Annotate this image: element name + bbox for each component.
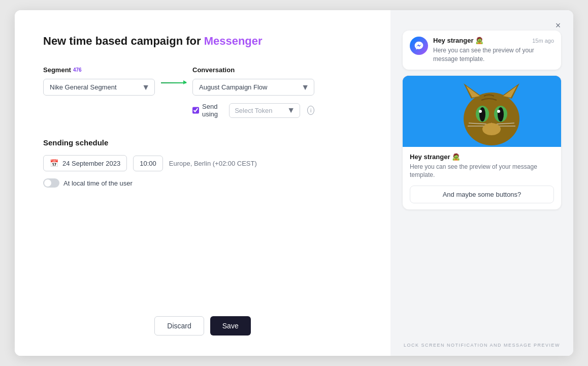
segment-select[interactable]: Nike General Segment — [43, 79, 155, 96]
title-accent: Messenger — [204, 35, 263, 47]
send-using-row: Send using Select Token ▼ i — [192, 103, 314, 118]
page-title: New time based campaign for Messenger — [43, 35, 362, 48]
token-select[interactable]: Select Token — [229, 103, 300, 118]
save-button[interactable]: Save — [210, 316, 251, 336]
send-using-checkbox-wrapper: Send using — [192, 103, 225, 118]
local-time-label: At local time of the user — [63, 179, 133, 187]
segment-label-row: Segment 476 — [43, 66, 155, 74]
svg-point-8 — [479, 107, 485, 121]
segment-label: Segment — [43, 66, 71, 74]
schedule-row: 📅 24 September 2023 10:00 Europe, Berlin… — [43, 155, 362, 171]
svg-point-1 — [464, 93, 519, 145]
conversation-label: Conversation — [192, 66, 235, 74]
arrow-line — [161, 82, 186, 83]
right-panel: × Hey stranger 🧟 15m ago Here you can se… — [390, 10, 573, 356]
notification-time: 15m ago — [532, 38, 554, 44]
toggle-row: At local time of the user — [43, 178, 362, 188]
conversation-group: Conversation August Campaign Flow ▼ Send… — [192, 66, 314, 118]
message-image — [403, 76, 561, 147]
token-select-wrapper: Select Token ▼ — [229, 103, 300, 118]
title-static: New time based campaign for — [43, 35, 204, 47]
segment-badge: 476 — [73, 67, 82, 73]
segment-group: Segment 476 Nike General Segment ▼ — [43, 66, 155, 96]
preview-container: Hey stranger 🧟 15m ago Here you can see … — [403, 30, 561, 209]
send-using-checkbox[interactable] — [192, 106, 199, 114]
notification-sender: Hey stranger 🧟 — [433, 37, 483, 44]
timezone-text: Europe, Berlin (+02:00 CEST) — [169, 160, 257, 167]
info-icon[interactable]: i — [307, 106, 314, 115]
conversation-label-row: Conversation — [192, 66, 314, 74]
message-body: Hey stranger 🧟 Here you can see the prev… — [403, 147, 561, 210]
left-panel: New time based campaign for Messenger Se… — [15, 10, 390, 356]
schedule-section: Sending schedule 📅 24 September 2023 10:… — [43, 138, 362, 188]
time-value: 10:00 — [140, 160, 156, 167]
arrow-connector — [155, 66, 192, 83]
preview-label: LOCK SCREEN NOTIFICATION AND MESSAGE PRE… — [404, 343, 560, 348]
schedule-title: Sending schedule — [43, 138, 362, 147]
modal: New time based campaign for Messenger Se… — [15, 10, 573, 356]
close-button[interactable]: × — [551, 18, 565, 33]
send-using-label: Send using — [202, 103, 225, 118]
time-field[interactable]: 10:00 — [133, 156, 163, 171]
calendar-icon: 📅 — [50, 159, 58, 167]
date-field[interactable]: 📅 24 September 2023 — [43, 155, 127, 171]
message-text: Here you can see the preview of your mes… — [410, 163, 554, 180]
notification-text: Here you can see the preview of your mes… — [433, 46, 554, 64]
svg-point-11 — [497, 110, 500, 113]
notification-header: Hey stranger 🧟 15m ago — [433, 37, 554, 44]
local-time-toggle[interactable] — [43, 178, 59, 188]
message-card: Hey stranger 🧟 Here you can see the prev… — [403, 76, 561, 210]
conversation-select[interactable]: August Campaign Flow — [192, 79, 314, 96]
message-cta-button[interactable]: And maybe some buttons? — [410, 186, 554, 203]
notification-content: Hey stranger 🧟 15m ago Here you can see … — [433, 37, 554, 64]
discard-button[interactable]: Discard — [154, 316, 204, 336]
date-value: 24 September 2023 — [62, 160, 120, 167]
svg-point-17 — [482, 123, 501, 135]
segment-select-wrapper: Nike General Segment ▼ — [43, 79, 155, 96]
conversation-select-wrapper: August Campaign Flow ▼ — [192, 79, 314, 96]
form-section: Segment 476 Nike General Segment ▼ Conve… — [43, 66, 362, 118]
svg-point-10 — [479, 110, 482, 113]
message-sender: Hey stranger 🧟 — [410, 153, 554, 161]
messenger-avatar — [410, 37, 428, 55]
messenger-icon — [414, 41, 424, 51]
footer-buttons: Discard Save — [15, 316, 390, 336]
svg-point-9 — [498, 107, 504, 121]
cat-image — [403, 76, 561, 147]
notification-bubble: Hey stranger 🧟 15m ago Here you can see … — [403, 30, 561, 70]
